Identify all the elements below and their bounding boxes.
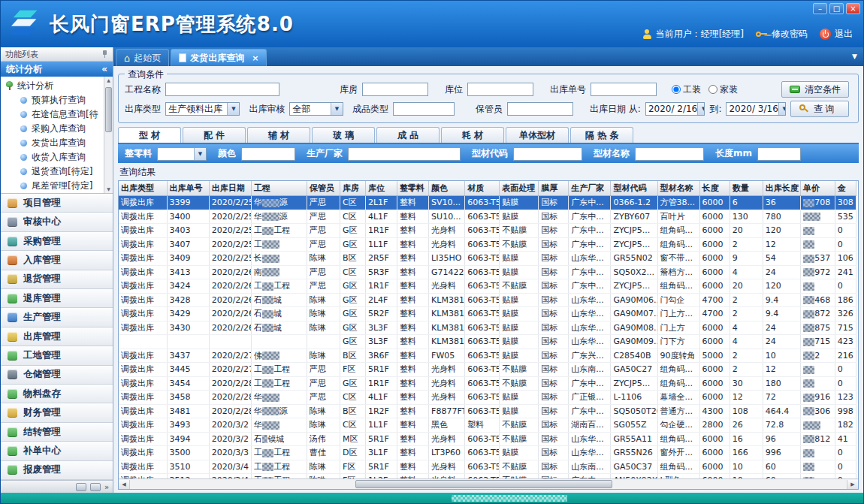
tab-start-page[interactable]: 起始页 xyxy=(116,49,169,66)
panel-list-icon[interactable] xyxy=(76,483,86,491)
column-header[interactable]: 出库日期 xyxy=(209,181,251,196)
whole-part-select[interactable]: 全部 ▼ xyxy=(157,147,207,161)
length-input[interactable] xyxy=(757,147,801,161)
material-tab[interactable]: 玻 璃 xyxy=(312,127,375,143)
sidebar-item-warehouse[interactable]: 仓储管理 xyxy=(1,366,113,385)
more-panels-icon[interactable]: » xyxy=(104,483,109,491)
tree-item[interactable]: 预算执行查询 xyxy=(1,93,113,107)
table-row[interactable]: 调拨出库34372020/2/27佛███陈琳B区3R6F整料FW056063-… xyxy=(119,349,856,363)
column-header[interactable]: 型材名称 xyxy=(657,181,699,196)
profile-code-input[interactable] xyxy=(513,147,582,161)
search-button[interactable]: 查 询 xyxy=(790,101,849,117)
sidebar-item-supplement[interactable]: 补单中心 xyxy=(1,442,113,460)
tree-item[interactable]: 收货入库查询 xyxy=(1,150,113,164)
table-row[interactable]: 调拨出库34072020/2/25工███严思G区1L1F整料光身料6063-T… xyxy=(119,237,856,252)
tab-shipment-outbound-query[interactable]: 发货出库查询× xyxy=(171,49,267,66)
column-header[interactable]: 库房 xyxy=(340,181,365,196)
column-header[interactable]: 长度 xyxy=(699,181,730,196)
table-row[interactable]: 调拨出库33992020/2/25华███源严思C区2L1F整料SV10...6… xyxy=(119,196,856,210)
tab-list-chevron-icon[interactable]: ▼ xyxy=(852,53,857,60)
product-type-input[interactable] xyxy=(393,102,455,116)
sidebar-item-finance[interactable]: 财务管理 xyxy=(1,403,113,422)
profile-name-input[interactable] xyxy=(635,147,704,161)
column-header[interactable]: 库位 xyxy=(365,181,397,196)
material-tab[interactable]: 耗 材 xyxy=(441,127,504,143)
column-header[interactable]: 表面处理 xyxy=(500,181,539,196)
tab-close-icon[interactable]: × xyxy=(252,54,258,62)
horizontal-scrollbar[interactable]: ◀ ▶ xyxy=(119,478,858,489)
material-tab[interactable]: 单体型材 xyxy=(506,127,569,143)
sidebar-item-inbound[interactable]: 入库管理 xyxy=(1,251,113,270)
material-tab[interactable]: 型 材 xyxy=(118,127,181,143)
column-header[interactable]: 整零料 xyxy=(397,181,429,196)
table-row[interactable]: G区3L3F整料KLM38176063-T5贴膜国标山东华...GA90M09.… xyxy=(119,335,856,349)
outbound-audit-select[interactable]: 全部 ▼ xyxy=(289,102,343,116)
column-header[interactable]: 生产厂家 xyxy=(569,181,611,196)
table-row[interactable]: 调拨出库34542020/2/28工██工程严思G区1R1F整料光身料6063-… xyxy=(119,376,856,391)
column-header[interactable]: 材质 xyxy=(465,181,500,196)
color-input[interactable] xyxy=(241,147,295,161)
column-header[interactable]: 工程 xyxy=(251,181,307,196)
sidebar-item-purchase[interactable]: 采购管理 xyxy=(1,232,113,251)
radio-gongzhuang-input[interactable] xyxy=(672,85,681,94)
maximize-button[interactable]: □ xyxy=(829,3,844,14)
date-to-picker[interactable]: 2020/ 3/16 ▼ xyxy=(726,102,786,116)
table-row[interactable]: 调拨出库34032020/2/25工██工程严思G区1R1F整料光身料6063-… xyxy=(119,224,856,238)
close-button[interactable]: × xyxy=(846,3,860,14)
column-header[interactable]: 数量 xyxy=(730,181,763,196)
sidebar-item-return-stock[interactable]: 退库管理 xyxy=(1,289,113,308)
pin-icon[interactable] xyxy=(101,50,108,59)
table-row[interactable]: 调拨出库34302020/2/26石██城陈琳G区3L3F整料KLM381760… xyxy=(119,321,856,335)
table-row[interactable]: 调拨出库34942020/3/2石█镆城汤伟M区5R1F整料光身料6063-T5… xyxy=(119,432,856,446)
column-header[interactable]: 出库单号 xyxy=(167,181,209,196)
column-header[interactable]: 单价 xyxy=(800,181,835,196)
collapse-icon[interactable]: « xyxy=(101,64,107,74)
table-row[interactable]: 调拨出库34932020/3/2华███陈琳C区1L1F整料黑色塑料不贴膜国标湖… xyxy=(119,418,856,433)
manufacturer-input[interactable] xyxy=(348,147,461,161)
sidebar-item-inventory[interactable]: 物料盘存 xyxy=(1,385,113,403)
scroll-left-icon[interactable]: ◀ xyxy=(119,480,130,489)
location-input[interactable] xyxy=(467,83,533,96)
scroll-thumb[interactable] xyxy=(105,87,112,132)
table-row[interactable]: 调拨出库34292020/2/26石██城陈琳G区5R2F整料KLM381760… xyxy=(119,307,856,321)
table-row[interactable]: 调拨出库34002020/2/25华███源严思C区4L1F整料SU10...6… xyxy=(119,210,856,224)
column-header[interactable]: 出库类型 xyxy=(119,181,167,196)
tree-item[interactable]: 采购入库查询 xyxy=(1,122,113,136)
column-header[interactable]: 保管员 xyxy=(307,181,340,196)
sidebar-item-outbound[interactable]: 出库管理 xyxy=(1,327,113,346)
scroll-right-icon[interactable]: ▶ xyxy=(847,480,858,489)
sidebar-item-production[interactable]: 生产管理 xyxy=(1,308,113,327)
scroll-thumb[interactable] xyxy=(355,480,612,488)
outbound-type-select[interactable]: 生产领料出库 ▼ xyxy=(165,102,240,116)
radio-jiazhuang[interactable]: 家装 xyxy=(708,83,738,96)
scroll-track[interactable] xyxy=(130,479,847,489)
sidebar-item-return-goods[interactable]: 退货管理 xyxy=(1,270,113,289)
sidebar-item-project[interactable]: 项目管理 xyxy=(1,194,113,213)
radio-gongzhuang[interactable]: 工装 xyxy=(672,83,701,96)
tree-root[interactable]: 统计分析 xyxy=(1,78,113,93)
scroll-up-icon[interactable]: ▲ xyxy=(104,77,113,84)
table-row[interactable]: 调拨出库34582020/2/28华███严思C区4L1F整料光身料6063-T… xyxy=(119,391,856,405)
table-row[interactable]: 调拨出库34092020/2/25长███陈琳B区2R5F整料LI35HO606… xyxy=(119,252,856,266)
table-row[interactable]: 调拨出库34132020/2/26南███严思C区5R3F整料G71422606… xyxy=(119,265,856,279)
sidebar-item-carryover[interactable]: 结转管理 xyxy=(1,423,113,442)
clear-conditions-button[interactable]: 清空条件 xyxy=(781,81,849,98)
tree-item[interactable]: 退货查询[待定] xyxy=(1,164,113,179)
column-header[interactable]: 金 xyxy=(835,181,856,196)
panel-monitor-icon[interactable] xyxy=(90,483,101,491)
project-name-input[interactable] xyxy=(165,83,279,96)
sidebar-group-header[interactable]: 统计分析 « xyxy=(1,62,113,77)
change-password-button[interactable]: 修改密码 xyxy=(756,28,808,41)
column-header[interactable]: 颜色 xyxy=(429,181,465,196)
minimize-button[interactable]: – xyxy=(813,3,827,14)
table-row[interactable]: 调拨出库35102020/3/4工██工程陈琳F区5R1F整料光身料6063-T… xyxy=(119,460,856,474)
tree-item[interactable]: 发货出库查询 xyxy=(1,136,113,150)
table-row[interactable]: 调拨出库34812020/2/28华███源陈琳B区1R2F整料F8877FT6… xyxy=(119,404,856,418)
material-tab[interactable]: 配 件 xyxy=(183,127,246,143)
sidebar-item-audit[interactable]: 审核中心 xyxy=(1,213,113,231)
column-header[interactable]: 出库长度 xyxy=(763,181,800,196)
table-row[interactable]: 调拨出库35002020/3/3工██工程曹佳D区3L1F整料LT3P60606… xyxy=(119,446,856,460)
material-tab[interactable]: 辅 材 xyxy=(247,127,310,143)
table-row[interactable]: 调拨出库34242020/2/26工██工程严思G区1R1F整料光身料6063-… xyxy=(119,279,856,294)
table-row[interactable]: 调拨出库34282020/2/26石██城陈琳G区2L4F整料KLM381760… xyxy=(119,293,856,307)
